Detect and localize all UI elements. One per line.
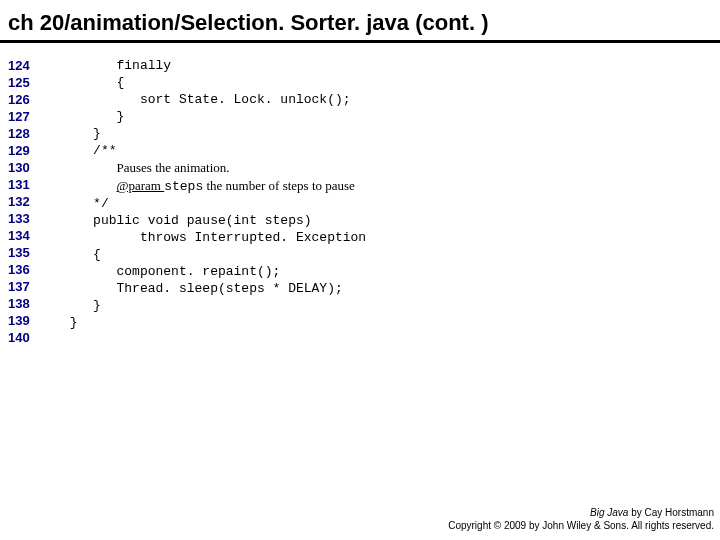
code-line: */	[70, 195, 366, 212]
footer-copyright: Copyright © 2009 by John Wiley & Sons. A…	[448, 519, 714, 532]
code-line: throws Interrupted. Exception	[70, 229, 366, 246]
code-line: }	[70, 125, 366, 142]
line-number: 140	[8, 329, 30, 346]
line-number: 133	[8, 210, 30, 227]
line-numbers: 124 125 126 127 128 129 130 131 132 133 …	[8, 57, 70, 346]
code-line: finally	[70, 57, 366, 74]
code-lines: finally { sort State. Lock. unlock(); } …	[70, 57, 366, 346]
line-number: 139	[8, 312, 30, 329]
code-line: /**	[70, 142, 366, 159]
line-number: 130	[8, 159, 30, 176]
line-number: 126	[8, 91, 30, 108]
code-line: Thread. sleep(steps * DELAY);	[70, 280, 366, 297]
line-number: 129	[8, 142, 30, 159]
line-number: 127	[8, 108, 30, 125]
code-line: sort State. Lock. unlock();	[70, 91, 366, 108]
code-area: 124 125 126 127 128 129 130 131 132 133 …	[0, 57, 720, 346]
line-number: 128	[8, 125, 30, 142]
doc-text: the number of steps to pause	[203, 178, 355, 193]
line-number: 125	[8, 74, 30, 91]
line-number: 136	[8, 261, 30, 278]
code-line: {	[70, 74, 366, 91]
line-number: 135	[8, 244, 30, 261]
line-number: 137	[8, 278, 30, 295]
code-line: }	[70, 314, 366, 331]
line-number: 134	[8, 227, 30, 244]
code-line: public void pause(int steps)	[70, 212, 366, 229]
code-line: Pauses the animation.	[70, 159, 366, 177]
code-line: }	[70, 108, 366, 125]
line-number: 131	[8, 176, 30, 193]
code-line: component. repaint();	[70, 263, 366, 280]
line-number: 138	[8, 295, 30, 312]
line-number: 132	[8, 193, 30, 210]
doc-text: Pauses the animation.	[117, 160, 230, 175]
book-title: Big Java	[590, 507, 628, 518]
footer: Big Java by Cay Horstmann Copyright © 20…	[448, 506, 714, 532]
code-line: {	[70, 246, 366, 263]
footer-line1: Big Java by Cay Horstmann	[448, 506, 714, 519]
code-line: }	[70, 297, 366, 314]
param-tag: @param	[117, 178, 165, 193]
code-line: @param steps the number of steps to paus…	[70, 177, 366, 195]
line-number: 124	[8, 57, 30, 74]
slide-title: ch 20/animation/Selection. Sorter. java …	[0, 0, 720, 43]
